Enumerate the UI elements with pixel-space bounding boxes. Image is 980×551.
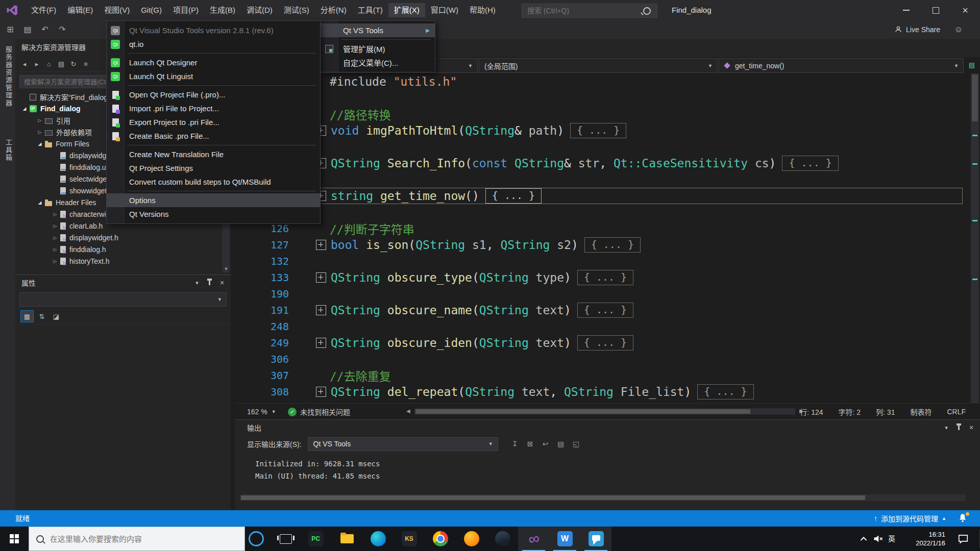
live-share-button[interactable]: Live Share	[894, 20, 940, 39]
back-icon[interactable]: ◂	[18, 60, 31, 68]
qt-menu-item[interactable]: Qtqt.io	[107, 37, 320, 51]
undo-icon[interactable]: ↶	[38, 23, 52, 36]
fold-expander-icon[interactable]	[316, 338, 326, 348]
code-line[interactable]: 248	[235, 318, 968, 335]
task-view-icon[interactable]	[280, 534, 292, 544]
scrollbar-thumb[interactable]	[972, 74, 978, 121]
redo-icon[interactable]: ↷	[55, 23, 69, 36]
save-all-icon[interactable]: ▤	[20, 23, 35, 36]
property-pages-icon[interactable]: ◪	[50, 311, 62, 322]
maximize-button[interactable]	[921, 0, 950, 20]
code-line[interactable]	[235, 204, 968, 220]
collapsed-arrow-icon[interactable]: ▷	[51, 223, 59, 229]
qt-menu-item[interactable]: Create New Translation File	[107, 147, 320, 161]
close-icon[interactable]: ×	[217, 278, 227, 287]
edge-app-icon[interactable]	[362, 527, 394, 551]
collapsed-region[interactable]: { ... }	[782, 156, 838, 171]
quick-search-box[interactable]	[522, 4, 657, 18]
expanded-arrow-icon[interactable]: ◢	[36, 200, 44, 205]
extensions-menu-item[interactable]: 自定义菜单(C)...	[321, 56, 435, 69]
scroll-down-icon[interactable]: ▼	[223, 266, 230, 271]
chevron-down-icon[interactable]: ▾	[192, 278, 202, 287]
scope-dropdown[interactable]: (全局范围) ▼	[479, 58, 718, 73]
collapsed-region[interactable]: { ... }	[485, 188, 542, 204]
zoom-dropdown[interactable]: 162 % ▼	[247, 404, 276, 420]
qt-menu-item[interactable]: Convert custom build steps to Qt/MSBuild	[107, 175, 320, 189]
cortana-icon[interactable]	[249, 531, 264, 546]
switch-views-icon[interactable]: ▤	[55, 60, 67, 68]
qt-menu-item[interactable]: Import .pri File to Project...	[107, 102, 320, 115]
fold-expander-icon[interactable]	[316, 272, 326, 283]
output-horizontal-scrollbar[interactable]	[240, 494, 966, 501]
qt-menu-item[interactable]: Qt Versions	[107, 207, 320, 221]
add-to-source-control-button[interactable]: ↑ 添加到源代码管理 ▲	[874, 510, 946, 527]
collapsed-region[interactable]: { ... }	[570, 123, 626, 138]
notifications-bell-button[interactable]	[958, 513, 969, 524]
editor-vertical-scrollbar[interactable]	[971, 73, 979, 403]
menubar-item[interactable]: 文件(F)	[26, 3, 62, 17]
tencent-docs-app-icon[interactable]	[580, 527, 611, 551]
alphabetical-icon[interactable]: ⇅	[36, 311, 48, 322]
code-line[interactable]: 191QString obscure_name(QString text){ .…	[235, 302, 968, 318]
collapsed-arrow-icon[interactable]: ▷	[36, 130, 44, 135]
home-icon[interactable]: ⌂	[43, 60, 55, 68]
file-explorer-app-icon[interactable]	[331, 527, 362, 551]
code-line[interactable]: 132	[235, 253, 968, 269]
code-line[interactable]: 126//判断子字符串	[235, 220, 968, 237]
collapse-all-icon[interactable]: ≡	[80, 60, 92, 68]
pin-icon[interactable]	[958, 425, 960, 430]
output-source-dropdown[interactable]: Qt VS Tools ▼	[308, 437, 498, 451]
input-language-indicator[interactable]: 英	[888, 527, 895, 551]
collapsed-arrow-icon[interactable]: ▷	[51, 259, 59, 264]
forward-icon[interactable]: ▸	[31, 60, 43, 68]
qt-menu-item[interactable]: QtLaunch Qt Linguist	[107, 69, 320, 83]
minimize-button[interactable]	[891, 0, 921, 20]
tree-item[interactable]: ▷finddialog.h	[15, 243, 222, 255]
properties-object-combo[interactable]: ▼	[19, 292, 227, 307]
code-line[interactable]: void imgPathToHtml(QString& path){ ... }	[235, 122, 968, 139]
code-line[interactable]: 190	[235, 286, 968, 302]
close-icon[interactable]: ×	[967, 423, 976, 432]
qt-menu-item[interactable]: QtLaunch Qt Designer	[107, 56, 320, 69]
code-line[interactable]: 133QString obscure_type(QString type){ .…	[235, 269, 968, 286]
qt-menu-item[interactable]: Qt Project Settings	[107, 161, 320, 175]
taskbar-search-box[interactable]	[29, 527, 245, 551]
tree-item[interactable]: ▷displaywidget.h	[15, 232, 222, 243]
word-wrap-icon[interactable]: ↩	[539, 440, 552, 448]
collapsed-arrow-icon[interactable]: ▷	[51, 212, 59, 217]
code-line[interactable]: 249QString obscure_iden(QString text){ .…	[235, 335, 968, 351]
feedback-icon[interactable]: ☺	[954, 20, 963, 39]
code-line[interactable]: 127bool is_son(QString s1, QString s2){ …	[235, 237, 968, 253]
scroll-left-icon[interactable]: ◀	[406, 408, 410, 414]
code-line[interactable]: string get_time_now(){ ... }	[235, 188, 968, 204]
expanded-arrow-icon[interactable]: ◢	[36, 141, 44, 146]
member-dropdown[interactable]: get_time_now() ▼	[719, 58, 964, 73]
qt-menu-item[interactable]: Options	[107, 193, 320, 207]
collapsed-region[interactable]: { ... }	[577, 303, 633, 318]
popout-icon[interactable]: ◱	[570, 440, 583, 448]
chevron-down-icon[interactable]: ▾	[942, 423, 951, 432]
collapsed-arrow-icon[interactable]: ▷	[51, 235, 59, 240]
code-line[interactable]: //路径转换	[235, 106, 968, 122]
taskbar-clock[interactable]: 16:31 2022/1/16	[916, 530, 945, 547]
menubar-item[interactable]: 帮助(H)	[464, 3, 501, 17]
collapsed-region[interactable]: { ... }	[577, 270, 633, 285]
thunder-app-icon[interactable]	[456, 527, 487, 551]
collapsed-arrow-icon[interactable]: ▷	[36, 118, 44, 123]
code-line[interactable]: 308QString del_repeat(QString text, QStr…	[235, 384, 968, 400]
volume-muted-icon[interactable]	[873, 534, 883, 544]
menubar-item[interactable]: 视图(V)	[99, 3, 135, 17]
chrome-app-icon[interactable]	[425, 527, 456, 551]
menubar-item[interactable]: Git(G)	[135, 3, 167, 17]
qt-menu-item[interactable]: Open Qt Project File (.pro)...	[107, 88, 320, 102]
menubar-item[interactable]: 生成(B)	[204, 3, 241, 17]
ks-app-icon[interactable]: KS	[394, 527, 425, 551]
quick-search-input[interactable]	[522, 6, 643, 15]
qt-menu-item[interactable]: Export Project to .pri File...	[107, 115, 320, 129]
fold-expander-icon[interactable]	[316, 387, 326, 397]
collapsed-arrow-icon[interactable]: ▷	[51, 247, 59, 252]
menubar-item[interactable]: 扩展(X)	[388, 3, 425, 17]
menubar-item[interactable]: 项目(P)	[167, 3, 204, 17]
categorized-icon[interactable]: ▦	[20, 310, 34, 322]
document-health-indicator[interactable]: ✓ 未找到相关问题	[288, 404, 350, 420]
